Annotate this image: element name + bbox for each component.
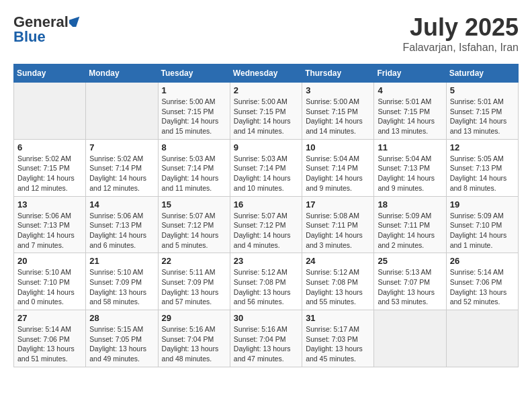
page-title: July 2025 xyxy=(402,13,519,42)
calendar-day-header: Wednesday xyxy=(230,64,302,83)
day-detail: Sunrise: 5:04 AM Sunset: 7:14 PM Dayligh… xyxy=(306,154,370,193)
day-detail: Sunrise: 5:02 AM Sunset: 7:14 PM Dayligh… xyxy=(89,154,154,193)
title-block: July 2025 Falavarjan, Isfahan, Iran xyxy=(402,13,519,54)
calendar-cell: 10Sunrise: 5:04 AM Sunset: 7:14 PM Dayli… xyxy=(302,139,374,196)
day-detail: Sunrise: 5:17 AM Sunset: 7:03 PM Dayligh… xyxy=(306,324,370,364)
calendar-cell: 25Sunrise: 5:13 AM Sunset: 7:07 PM Dayli… xyxy=(374,253,446,310)
day-detail: Sunrise: 5:09 AM Sunset: 7:11 PM Dayligh… xyxy=(378,211,442,250)
calendar-cell: 14Sunrise: 5:06 AM Sunset: 7:13 PM Dayli… xyxy=(86,196,158,253)
calendar-cell xyxy=(446,310,518,367)
calendar-cell: 27Sunrise: 5:14 AM Sunset: 7:06 PM Dayli… xyxy=(14,310,86,367)
day-number: 25 xyxy=(378,256,442,266)
day-number: 1 xyxy=(162,85,226,95)
day-detail: Sunrise: 5:10 AM Sunset: 7:09 PM Dayligh… xyxy=(89,267,154,307)
calendar-cell: 13Sunrise: 5:06 AM Sunset: 7:13 PM Dayli… xyxy=(14,196,86,253)
day-number: 22 xyxy=(162,256,226,266)
day-detail: Sunrise: 5:06 AM Sunset: 7:13 PM Dayligh… xyxy=(89,211,154,250)
day-number: 18 xyxy=(378,199,442,210)
calendar-cell: 29Sunrise: 5:16 AM Sunset: 7:04 PM Dayli… xyxy=(158,310,230,367)
day-detail: Sunrise: 5:00 AM Sunset: 7:15 PM Dayligh… xyxy=(306,97,370,136)
calendar-cell: 12Sunrise: 5:05 AM Sunset: 7:13 PM Dayli… xyxy=(446,139,518,196)
calendar-cell: 7Sunrise: 5:02 AM Sunset: 7:14 PM Daylig… xyxy=(86,139,158,196)
day-detail: Sunrise: 5:15 AM Sunset: 7:05 PM Dayligh… xyxy=(89,324,154,364)
calendar-cell: 20Sunrise: 5:10 AM Sunset: 7:10 PM Dayli… xyxy=(14,253,86,310)
day-number: 11 xyxy=(378,142,442,152)
calendar-cell: 16Sunrise: 5:07 AM Sunset: 7:12 PM Dayli… xyxy=(230,196,302,253)
day-detail: Sunrise: 5:04 AM Sunset: 7:13 PM Dayligh… xyxy=(378,154,442,193)
day-detail: Sunrise: 5:11 AM Sunset: 7:09 PM Dayligh… xyxy=(162,267,226,307)
day-detail: Sunrise: 5:12 AM Sunset: 7:08 PM Dayligh… xyxy=(306,267,370,307)
day-detail: Sunrise: 5:08 AM Sunset: 7:11 PM Dayligh… xyxy=(306,211,370,250)
calendar-week-row: 27Sunrise: 5:14 AM Sunset: 7:06 PM Dayli… xyxy=(14,310,519,367)
calendar-day-header: Sunday xyxy=(14,64,86,83)
day-number: 31 xyxy=(306,313,370,323)
day-number: 19 xyxy=(450,199,515,210)
day-number: 8 xyxy=(162,142,226,152)
calendar-day-header: Saturday xyxy=(446,64,518,83)
day-detail: Sunrise: 5:14 AM Sunset: 7:06 PM Dayligh… xyxy=(17,324,82,364)
calendar-week-row: 20Sunrise: 5:10 AM Sunset: 7:10 PM Dayli… xyxy=(14,253,519,310)
calendar-cell: 17Sunrise: 5:08 AM Sunset: 7:11 PM Dayli… xyxy=(302,196,374,253)
calendar-cell: 6Sunrise: 5:02 AM Sunset: 7:15 PM Daylig… xyxy=(14,139,86,196)
calendar-cell: 30Sunrise: 5:16 AM Sunset: 7:04 PM Dayli… xyxy=(230,310,302,367)
calendar-header-row: SundayMondayTuesdayWednesdayThursdayFrid… xyxy=(14,64,519,83)
day-number: 3 xyxy=(306,85,370,95)
day-detail: Sunrise: 5:05 AM Sunset: 7:13 PM Dayligh… xyxy=(450,154,515,193)
calendar-cell xyxy=(14,83,86,140)
calendar-cell: 24Sunrise: 5:12 AM Sunset: 7:08 PM Dayli… xyxy=(302,253,374,310)
calendar-cell: 26Sunrise: 5:14 AM Sunset: 7:06 PM Dayli… xyxy=(446,253,518,310)
day-number: 15 xyxy=(162,199,226,210)
day-number: 14 xyxy=(89,199,154,210)
day-number: 29 xyxy=(162,313,226,323)
calendar-cell: 8Sunrise: 5:03 AM Sunset: 7:14 PM Daylig… xyxy=(158,139,230,196)
calendar-table: SundayMondayTuesdayWednesdayThursdayFrid… xyxy=(13,64,519,367)
calendar-cell: 11Sunrise: 5:04 AM Sunset: 7:13 PM Dayli… xyxy=(374,139,446,196)
day-number: 7 xyxy=(89,142,154,152)
calendar-week-row: 1Sunrise: 5:00 AM Sunset: 7:15 PM Daylig… xyxy=(14,83,519,140)
day-detail: Sunrise: 5:07 AM Sunset: 7:12 PM Dayligh… xyxy=(234,211,298,250)
day-detail: Sunrise: 5:14 AM Sunset: 7:06 PM Dayligh… xyxy=(450,267,515,307)
calendar-day-header: Thursday xyxy=(302,64,374,83)
day-number: 24 xyxy=(306,256,370,266)
day-number: 16 xyxy=(234,199,298,210)
day-detail: Sunrise: 5:07 AM Sunset: 7:12 PM Dayligh… xyxy=(162,211,226,250)
logo: General Blue xyxy=(13,13,81,46)
calendar-cell: 18Sunrise: 5:09 AM Sunset: 7:11 PM Dayli… xyxy=(374,196,446,253)
day-number: 6 xyxy=(17,142,82,152)
calendar-cell: 19Sunrise: 5:09 AM Sunset: 7:10 PM Dayli… xyxy=(446,196,518,253)
day-number: 21 xyxy=(89,256,154,266)
day-number: 9 xyxy=(234,142,298,152)
calendar-cell: 22Sunrise: 5:11 AM Sunset: 7:09 PM Dayli… xyxy=(158,253,230,310)
calendar-cell xyxy=(374,310,446,367)
day-number: 2 xyxy=(234,85,298,95)
calendar-day-header: Monday xyxy=(86,64,158,83)
logo-arrow-icon xyxy=(69,13,81,31)
day-number: 28 xyxy=(89,313,154,323)
page-subtitle: Falavarjan, Isfahan, Iran xyxy=(402,42,519,54)
day-detail: Sunrise: 5:03 AM Sunset: 7:14 PM Dayligh… xyxy=(162,154,226,193)
day-detail: Sunrise: 5:03 AM Sunset: 7:14 PM Dayligh… xyxy=(234,154,298,193)
day-detail: Sunrise: 5:06 AM Sunset: 7:13 PM Dayligh… xyxy=(17,211,82,250)
day-number: 12 xyxy=(450,142,515,152)
day-detail: Sunrise: 5:16 AM Sunset: 7:04 PM Dayligh… xyxy=(234,324,298,364)
day-detail: Sunrise: 5:13 AM Sunset: 7:07 PM Dayligh… xyxy=(378,267,442,307)
calendar-day-header: Tuesday xyxy=(158,64,230,83)
day-detail: Sunrise: 5:02 AM Sunset: 7:15 PM Dayligh… xyxy=(17,154,82,193)
day-detail: Sunrise: 5:12 AM Sunset: 7:08 PM Dayligh… xyxy=(234,267,298,307)
page-header: General Blue July 2025 Falavarjan, Isfah… xyxy=(13,13,519,54)
day-number: 26 xyxy=(450,256,515,266)
calendar-cell: 1Sunrise: 5:00 AM Sunset: 7:15 PM Daylig… xyxy=(158,83,230,140)
day-number: 20 xyxy=(17,256,82,266)
calendar-cell: 2Sunrise: 5:00 AM Sunset: 7:15 PM Daylig… xyxy=(230,83,302,140)
calendar-cell: 3Sunrise: 5:00 AM Sunset: 7:15 PM Daylig… xyxy=(302,83,374,140)
day-number: 10 xyxy=(306,142,370,152)
day-detail: Sunrise: 5:16 AM Sunset: 7:04 PM Dayligh… xyxy=(162,324,226,364)
calendar-cell: 31Sunrise: 5:17 AM Sunset: 7:03 PM Dayli… xyxy=(302,310,374,367)
day-number: 30 xyxy=(234,313,298,323)
day-detail: Sunrise: 5:00 AM Sunset: 7:15 PM Dayligh… xyxy=(162,97,226,136)
day-number: 17 xyxy=(306,199,370,210)
calendar-cell: 4Sunrise: 5:01 AM Sunset: 7:15 PM Daylig… xyxy=(374,83,446,140)
calendar-week-row: 6Sunrise: 5:02 AM Sunset: 7:15 PM Daylig… xyxy=(14,139,519,196)
day-number: 13 xyxy=(17,199,82,210)
calendar-week-row: 13Sunrise: 5:06 AM Sunset: 7:13 PM Dayli… xyxy=(14,196,519,253)
